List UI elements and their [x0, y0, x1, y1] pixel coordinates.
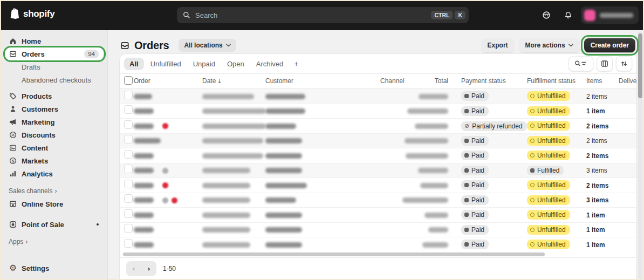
add-view-button[interactable]: +: [290, 57, 303, 70]
date-cell: [202, 151, 265, 160]
row-checkbox[interactable]: [124, 91, 133, 99]
fulfillment-status-cell: Unfulfilled: [527, 91, 586, 101]
order-flag-icon: [162, 197, 168, 203]
tab-archived[interactable]: Archived: [251, 58, 289, 70]
fulfillment-status-badge: Unfulfilled: [527, 240, 570, 249]
search-and-filter-button[interactable]: [568, 56, 593, 71]
row-checkbox[interactable]: [124, 180, 133, 188]
redacted-total: [402, 197, 448, 203]
horizontal-scrollbar-thumb[interactable]: [123, 252, 545, 256]
redacted-date: [202, 168, 250, 173]
row-checkbox[interactable]: [124, 194, 133, 203]
sidebar-item-customers[interactable]: Customers: [4, 103, 103, 115]
column-header-payment-status[interactable]: Payment status: [448, 77, 527, 85]
column-header-items[interactable]: Items: [586, 77, 619, 85]
order-number-cell: [134, 195, 202, 204]
sidebar-item-settings[interactable]: ⚙ Settings: [4, 262, 103, 275]
table-row[interactable]: Paid Unfulfilled 1 item: [120, 237, 636, 252]
export-button[interactable]: Export: [481, 38, 515, 52]
sidebar-item-label: Orders: [22, 50, 45, 58]
sidebar-item-content[interactable]: Content: [4, 141, 103, 154]
column-header-delivery-method[interactable]: Delivery method: [619, 77, 636, 85]
fulfillment-status-icon: [530, 168, 535, 173]
tab-unpaid[interactable]: Unpaid: [188, 58, 221, 70]
search-icon: [182, 11, 191, 19]
fulfillment-status-cell: Fulfilled: [527, 165, 586, 175]
row-checkbox[interactable]: [124, 120, 133, 129]
sidebar-item-orders[interactable]: Orders 94: [4, 47, 103, 60]
table-row[interactable]: Paid Fulfilled 3 items: [120, 163, 636, 178]
column-header-channel[interactable]: Channel: [380, 77, 413, 85]
table-row[interactable]: Paid Unfulfilled 1 item: [120, 104, 636, 119]
account-menu-button[interactable]: [581, 6, 639, 24]
table-row[interactable]: Paid Unfulfilled 2 items: [120, 177, 636, 193]
sidekick-button[interactable]: [538, 6, 555, 24]
items-count: 2 items: [586, 137, 607, 145]
row-checkbox[interactable]: [124, 224, 133, 233]
row-checkbox[interactable]: [124, 165, 133, 173]
sidebar-item-discounts[interactable]: Discounts: [4, 128, 103, 141]
sidebar-item-markets[interactable]: $ Markets: [4, 154, 103, 167]
select-all-checkbox[interactable]: [124, 76, 133, 85]
sidebar-item-marketing[interactable]: Marketing: [4, 115, 103, 128]
column-header-date[interactable]: Date↓: [202, 77, 265, 85]
more-actions-button[interactable]: More actions: [519, 38, 580, 52]
payment-status-cell: Paid: [448, 239, 527, 249]
payment-status-label: Paid: [471, 152, 484, 159]
sidebar-item-abandoned-checkouts[interactable]: Abandoned checkouts: [4, 73, 103, 86]
row-checkbox[interactable]: [124, 135, 133, 144]
create-order-button[interactable]: Create order: [584, 38, 635, 52]
tab-all[interactable]: All: [124, 58, 144, 70]
table-row[interactable]: Paid Unfulfilled 1 item: [120, 222, 636, 237]
payment-status-cell: Paid: [448, 150, 527, 160]
notifications-button[interactable]: [559, 6, 577, 24]
table-row[interactable]: Paid Unfulfilled 2 items: [120, 148, 636, 163]
sidebar-item-home[interactable]: Home: [4, 35, 103, 47]
columns-button[interactable]: [597, 56, 613, 71]
discounts-icon: [9, 131, 17, 139]
column-header-customer[interactable]: Customer: [265, 77, 380, 85]
fulfillment-status-badge: Unfulfilled: [527, 91, 570, 101]
redacted-total: [428, 227, 448, 233]
table-row[interactable]: Paid Unfulfilled 2 items: [120, 133, 636, 148]
sidebar-section-sales-channels[interactable]: Sales channels ›: [4, 185, 103, 197]
shopify-logo[interactable]: shopify: [9, 8, 54, 20]
sort-button[interactable]: [616, 56, 632, 71]
sidebar-item-online-store[interactable]: Online Store: [4, 197, 103, 210]
location-filter-button[interactable]: All locations: [179, 39, 236, 52]
redacted-order-number: [134, 94, 152, 99]
sidebar-item-drafts[interactable]: Drafts: [4, 60, 103, 73]
redacted-order-number: [134, 153, 154, 159]
tab-unfulfilled[interactable]: Unfulfilled: [145, 58, 187, 70]
fulfillment-status-badge: Unfulfilled: [527, 151, 570, 160]
sidebar-section-apps[interactable]: Apps ›: [4, 235, 103, 248]
sidebar-item-analytics[interactable]: Analytics: [4, 167, 103, 180]
table-row[interactable]: Paid Unfulfilled 1 item: [120, 207, 636, 222]
table-row[interactable]: Paid Unfulfilled 2 items: [120, 88, 636, 104]
total-cell: [424, 210, 448, 220]
total-cell: [415, 121, 448, 131]
table-row[interactable]: Paid Unfulfilled 3 items: [120, 193, 636, 208]
tab-open[interactable]: Open: [222, 58, 250, 70]
column-header-order[interactable]: Order: [134, 77, 202, 85]
pagination: ‹ ›: [126, 261, 156, 276]
row-checkbox[interactable]: [124, 209, 133, 218]
bell-icon: [564, 11, 573, 20]
vertical-scrollbar-thumb[interactable]: [638, 33, 642, 98]
total-cell: [406, 151, 448, 160]
sidebar-item-point-of-sale[interactable]: Point of Sale: [4, 218, 103, 231]
redacted-customer: [265, 94, 305, 99]
column-header-total[interactable]: Total: [435, 77, 448, 85]
global-search-input[interactable]: Search CTRL K: [177, 7, 469, 23]
items-cell: 2 items: [586, 121, 619, 131]
previous-page-button[interactable]: ‹: [126, 261, 141, 276]
column-header-fulfillment-status[interactable]: Fulfillment status: [527, 77, 586, 85]
row-checkbox[interactable]: [124, 150, 133, 159]
fulfillment-status-badge: Unfulfilled: [527, 136, 570, 146]
table-row[interactable]: ⊘Partially refunded Unfulfilled 2 items: [120, 118, 636, 133]
row-checkbox[interactable]: [124, 239, 133, 248]
next-page-button[interactable]: ›: [141, 261, 156, 276]
sidebar-item-products[interactable]: Products: [4, 90, 103, 103]
redacted-order-number: [134, 197, 154, 203]
row-checkbox[interactable]: [124, 105, 133, 114]
